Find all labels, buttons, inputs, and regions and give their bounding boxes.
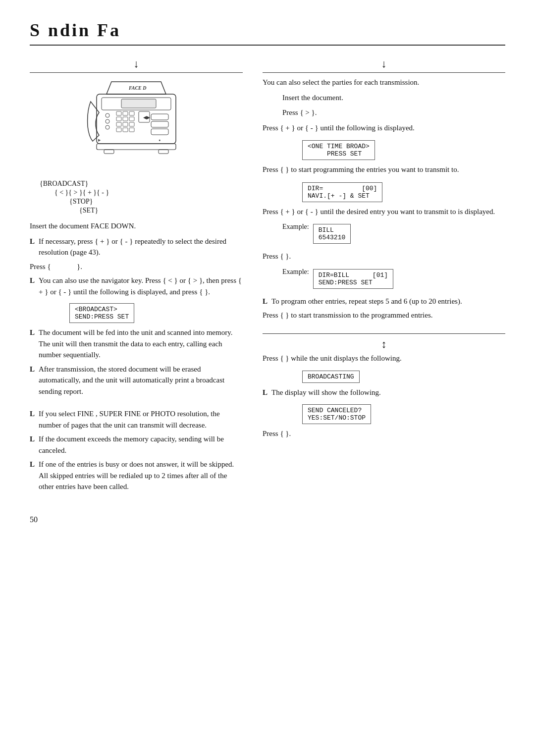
example2-label: Example:	[282, 266, 309, 276]
display-broadcast: <BROADCAST> SEND:PRESS SET	[69, 300, 243, 327]
svg-rect-17	[116, 128, 121, 132]
svg-rect-25	[97, 144, 176, 150]
svg-rect-19	[129, 128, 134, 132]
svg-text:▶: ▶	[98, 138, 101, 142]
label-broadcast: {BROADCAST}	[40, 180, 243, 188]
svg-rect-12	[123, 117, 128, 121]
svg-rect-11	[116, 117, 121, 121]
svg-text:◀▶: ◀▶	[143, 115, 150, 120]
right-step1: Insert the document.	[282, 92, 505, 104]
svg-rect-18	[123, 128, 128, 132]
svg-point-5	[106, 113, 109, 117]
svg-rect-24	[151, 129, 168, 135]
example1-label: Example:	[282, 221, 309, 231]
svg-rect-27	[159, 150, 168, 154]
svg-rect-8	[116, 111, 121, 115]
svg-rect-26	[104, 150, 114, 154]
svg-rect-10	[129, 111, 134, 115]
svg-rect-13	[129, 117, 134, 121]
svg-rect-14	[116, 122, 121, 126]
bullet-after-transmission: L After transmission, the stored documen…	[30, 364, 243, 397]
example2-row: Example: DIR=BILL [01] SEND:PRESS SET	[282, 266, 505, 293]
step-insert-doc: Insert the document FACE DOWN.	[30, 220, 243, 232]
svg-rect-4	[121, 99, 156, 108]
note-memory: L If the document exceeds the memory cap…	[30, 433, 243, 456]
left-column: ↓ FACE D	[30, 57, 243, 495]
right-step4: Press { } to start programming the entri…	[263, 164, 505, 175]
right-step6: Press { }.	[263, 251, 505, 262]
intro-text: You can also select the parties for each…	[263, 77, 505, 88]
example2-display: DIR=BILL [01] SEND:PRESS SET	[313, 269, 393, 289]
display-one-time: <ONE TIME BROAD> PRESS SET	[302, 137, 505, 164]
bullet-resolution: L If necessary, press { + } or { - } rep…	[30, 236, 243, 258]
section2-arrow: ↕	[263, 338, 505, 351]
svg-rect-15	[123, 122, 128, 126]
display-dir: DIR= [00] NAVI.[+ -] & SET	[302, 179, 505, 206]
bullet-display-show: L The display will show the following.	[263, 387, 505, 398]
bullet-fed: L The document will be fed into the unit…	[30, 327, 243, 361]
svg-text:●: ●	[159, 138, 160, 142]
right-step5: Press { + } or { - } until the desired e…	[263, 206, 505, 217]
svg-point-6	[106, 119, 109, 123]
right-step2: Press { > }.	[282, 107, 505, 118]
svg-text:FACE D: FACE D	[128, 85, 146, 91]
right-step3: Press { + } or { - } until the following…	[263, 122, 505, 134]
final-press: Press { }.	[263, 428, 505, 439]
label-set: {SET}	[79, 207, 243, 215]
fax-machine-image: FACE D	[30, 77, 243, 176]
svg-rect-22	[151, 114, 168, 120]
press-broadcast-line: Press { }.	[30, 261, 243, 272]
fax-illustration: FACE D	[82, 77, 191, 176]
example1-display: BILL 6543210	[313, 224, 351, 244]
cancel-text: Press { } while the unit displays the fo…	[263, 353, 505, 364]
note-fine: L If you select FINE , SUPER FINE or PHO…	[30, 408, 243, 431]
bullet-repeat-steps: L To program other entries, repeat steps…	[263, 296, 505, 307]
example1-row: Example: BILL 6543210	[282, 221, 505, 248]
display-canceled: SEND CANCELED? YES:SET/NO:STOP	[302, 401, 505, 428]
bullet-navigator: L You can also use the navigator key. Pr…	[30, 275, 243, 297]
label-keys: { < }{ > }{ + }{ - }	[54, 189, 243, 197]
svg-rect-16	[129, 122, 134, 126]
right-arrow: ↓	[263, 57, 505, 70]
svg-rect-9	[123, 111, 128, 115]
right-step7: Press { } to start transmission to the p…	[263, 310, 505, 321]
svg-rect-23	[151, 121, 168, 127]
page-title: S ndin Fa	[30, 20, 505, 46]
note-busy: L If one of the entries is busy or does …	[30, 459, 243, 492]
svg-point-7	[106, 125, 109, 129]
label-stop: {STOP}	[69, 198, 243, 206]
left-arrow: ↓	[30, 57, 243, 70]
display-broadcasting: BROADCASTING	[302, 368, 505, 387]
right-column: ↓ You can also select the parties for ea…	[263, 57, 505, 495]
page-number: 50	[30, 515, 505, 524]
